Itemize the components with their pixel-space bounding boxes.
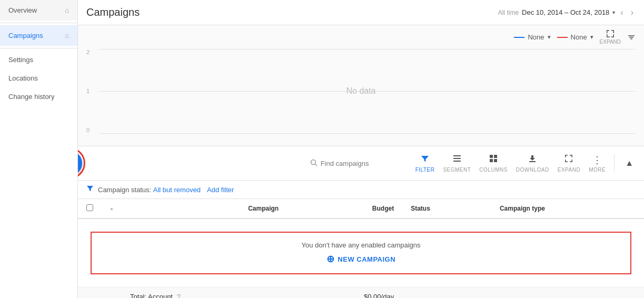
columns-btn[interactable]: COLUMNS xyxy=(479,154,508,173)
new-campaign-label: NEW CAMPAIGN xyxy=(338,255,395,263)
chart-area: None ▾ None ▾ EXPAND 2 1 0 xyxy=(78,25,644,146)
expand-icon xyxy=(564,154,573,166)
svg-rect-9 xyxy=(529,161,536,162)
filter-icon xyxy=(420,154,430,166)
nav-left-arrow[interactable]: ‹ xyxy=(618,6,625,19)
grid-line-bottom xyxy=(99,133,636,134)
select-all-checkbox[interactable] xyxy=(86,204,93,211)
metric1-label: None xyxy=(528,33,544,41)
download-icon xyxy=(528,154,537,166)
sidebar-divider-1 xyxy=(0,23,77,23)
sidebar-item-campaigns[interactable]: Campaigns ⌂ xyxy=(0,25,77,46)
svg-rect-7 xyxy=(490,159,493,162)
header-campaign: Campaign xyxy=(122,199,287,218)
chart-expand-btn[interactable]: EXPAND xyxy=(600,29,621,45)
sidebar-item-settings[interactable]: Settings xyxy=(0,51,77,69)
total-row: Total: Account ? $0.00/day xyxy=(78,287,644,299)
sidebar: Overview ⌂ Campaigns ⌂ Settings Location… xyxy=(0,0,78,298)
empty-cell: You don't have any enabled campaigns ⊕ N… xyxy=(78,218,644,287)
total-label-cell: Total: Account ? xyxy=(122,287,287,299)
add-campaign-button[interactable]: + xyxy=(78,151,82,176)
sidebar-item-locations[interactable]: Locations xyxy=(0,69,77,87)
filter-value: All but removed xyxy=(153,186,201,194)
segment-label: SEGMENT xyxy=(443,167,471,173)
metric2-label: None xyxy=(571,33,587,41)
empty-row: You don't have any enabled campaigns ⊕ N… xyxy=(78,218,644,287)
svg-rect-3 xyxy=(453,158,461,159)
metric2-selector[interactable]: None ▾ xyxy=(557,33,593,41)
total-budget-cell: $0.00/day xyxy=(287,287,402,299)
new-campaign-area: You don't have any enabled campaigns ⊕ N… xyxy=(91,232,631,274)
columns-label: COLUMNS xyxy=(479,167,508,173)
search-area xyxy=(112,159,409,168)
segment-btn[interactable]: SEGMENT xyxy=(443,154,471,173)
table-container: ● Campaign Budget Status Campaign type Y… xyxy=(78,199,644,298)
chart-body: 2 1 0 No data xyxy=(86,49,636,133)
add-campaign-btn-container: + xyxy=(78,151,82,176)
table-body: You don't have any enabled campaigns ⊕ N… xyxy=(78,218,644,298)
expand-btn[interactable]: EXPAND xyxy=(558,154,580,173)
grid-line-top xyxy=(99,49,636,49)
filter-btn[interactable]: FILTER xyxy=(415,154,435,173)
page-title: Campaigns xyxy=(86,6,498,18)
new-campaign-plus-icon: ⊕ xyxy=(326,253,335,265)
header-budget: Budget xyxy=(287,199,402,218)
svg-rect-6 xyxy=(494,155,497,158)
y-label-0: 0 xyxy=(86,127,90,133)
collapse-btn[interactable]: ▲ xyxy=(623,156,636,170)
metric2-dropdown[interactable]: ▾ xyxy=(590,34,593,41)
campaigns-table: ● Campaign Budget Status Campaign type Y… xyxy=(78,199,644,298)
total-type-cell xyxy=(491,287,644,299)
header-status-col: ● xyxy=(102,199,122,218)
download-btn[interactable]: DOWNLOAD xyxy=(516,154,549,173)
sidebar-campaigns-label: Campaigns xyxy=(8,32,43,39)
sidebar-change-history-label: Change history xyxy=(8,93,54,101)
metric1-selector[interactable]: None ▾ xyxy=(514,33,550,41)
chart-y-labels: 2 1 0 xyxy=(86,49,94,133)
add-filter-btn[interactable]: Add filter xyxy=(207,186,234,194)
filter-label: FILTER xyxy=(415,167,435,173)
total-label: Total: Account xyxy=(130,293,173,298)
main-content: Campaigns All time Dec 10, 2014 – Oct 24… xyxy=(78,0,644,298)
svg-rect-5 xyxy=(490,155,493,158)
chart-expand-label: EXPAND xyxy=(600,39,621,45)
filter-bar-text: Campaign status: All but removed xyxy=(98,186,201,194)
sidebar-overview-label: Overview xyxy=(8,6,37,14)
metric1-dropdown[interactable]: ▾ xyxy=(548,34,551,41)
date-dropdown-arrow[interactable]: ▾ xyxy=(612,9,615,15)
svg-point-0 xyxy=(311,160,315,164)
table-header: ● Campaign Budget Status Campaign type xyxy=(78,199,644,218)
filter-prefix: Campaign status: xyxy=(98,186,153,194)
columns-icon xyxy=(489,154,498,166)
filter-bar: Campaign status: All but removed Add fil… xyxy=(78,181,644,199)
more-btn[interactable]: ⋮ MORE xyxy=(589,154,606,173)
chart-adjust-btn[interactable] xyxy=(627,33,636,42)
empty-message: You don't have any enabled campaigns xyxy=(301,241,420,249)
download-label: DOWNLOAD xyxy=(516,167,549,173)
toolbar-divider xyxy=(614,155,615,172)
sidebar-settings-label: Settings xyxy=(8,56,33,64)
svg-rect-2 xyxy=(453,155,461,156)
toolbar: + FILTER SEGMENT xyxy=(78,146,644,181)
more-icon: ⋮ xyxy=(592,154,602,166)
more-label: MORE xyxy=(589,167,606,173)
total-help-icon[interactable]: ? xyxy=(177,293,181,298)
topbar: Campaigns All time Dec 10, 2014 – Oct 24… xyxy=(78,0,644,25)
segment-icon xyxy=(452,154,462,166)
nav-right-arrow[interactable]: › xyxy=(629,6,636,19)
home-icon-campaigns: ⌂ xyxy=(65,32,69,39)
chart-no-data-text: No data xyxy=(346,86,375,96)
total-row-empty xyxy=(78,287,122,299)
header-campaign-type: Campaign type xyxy=(491,199,644,218)
expand-label: EXPAND xyxy=(558,167,580,173)
header-status: Status xyxy=(402,199,491,218)
date-range-label: All time xyxy=(498,9,519,16)
svg-line-1 xyxy=(315,164,317,166)
sidebar-item-overview[interactable]: Overview ⌂ xyxy=(0,0,77,21)
sidebar-item-change-history[interactable]: Change history xyxy=(0,87,77,106)
svg-rect-8 xyxy=(494,159,497,162)
search-input[interactable] xyxy=(321,160,409,167)
total-status-cell xyxy=(402,287,491,299)
new-campaign-btn[interactable]: ⊕ NEW CAMPAIGN xyxy=(326,253,395,265)
search-icon xyxy=(310,159,318,168)
